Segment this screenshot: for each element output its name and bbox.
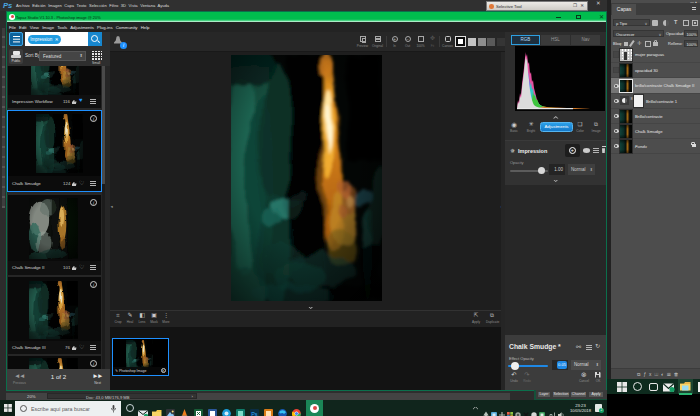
svg-text:Ps: Ps <box>251 411 258 416</box>
